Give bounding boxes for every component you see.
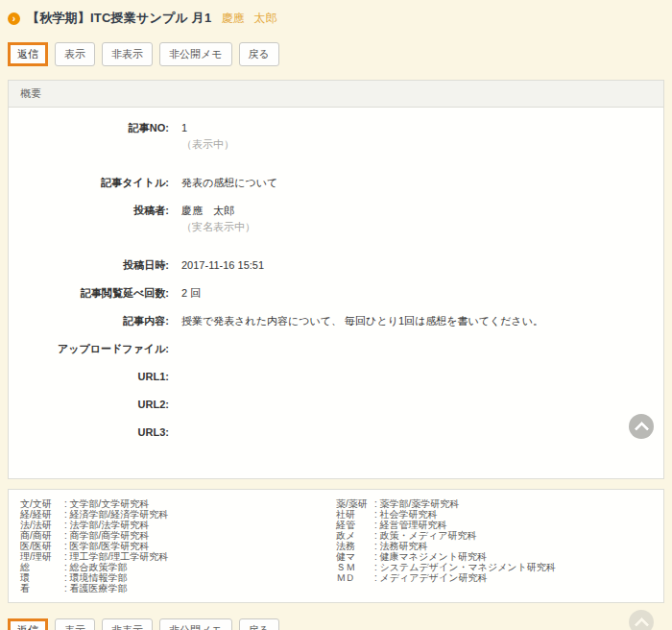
page-header: › 【秋学期】ITC授業サンプル 月1 慶應 太郎 [0, 0, 672, 27]
chevron-up-icon [635, 422, 650, 437]
field-url1: URL1: [20, 370, 652, 383]
field-url3: URL3: [20, 425, 652, 439]
field-value: 1 [181, 121, 234, 134]
legend-item: 経管: 経営管理研究科 [336, 520, 652, 530]
field-article-body: 記事内容: 授業で発表された内容について、 毎回ひとり1回は感想を書いてください… [20, 314, 652, 327]
field-label: 記事閲覧延べ回数: [20, 286, 169, 300]
field-post-datetime: 投稿日時: 2017-11-16 15:51 [20, 258, 652, 272]
field-label: 投稿日時: [20, 258, 169, 272]
field-url2: URL2: [20, 398, 652, 411]
field-label: URL1: [20, 370, 169, 383]
legend-column-right: 薬/薬研: 薬学部/薬学研究科 社研: 社会学研究科 経管: 経営管理研究科 政… [336, 498, 652, 594]
legend-item: 医/医研: 医学部/医学研究科 [20, 541, 336, 551]
hide-button-top[interactable]: 非表示 [102, 42, 153, 66]
user-givenname-link[interactable]: 太郎 [253, 11, 276, 27]
legend-column-left: 文/文研: 文学部/文学研究科 経/経研: 経済学部/経済学研究科 法/法研: … [20, 498, 336, 594]
back-button-bottom[interactable]: 戻る [239, 618, 279, 630]
private-memo-button-bottom[interactable]: 非公開メモ [159, 618, 232, 630]
legend-item: 理/理研: 理工学部/理工学研究科 [20, 551, 336, 562]
page: › 【秋学期】ITC授業サンプル 月1 慶應 太郎 返信 表示 非表示 非公開メ… [0, 0, 672, 630]
field-value: 授業で発表された内容について、 毎回ひとり1回は感想を書いてください。 [181, 314, 543, 327]
faculty-legend: 文/文研: 文学部/文学研究科 経/経研: 経済学部/経済学研究科 法/法研: … [8, 489, 664, 603]
legend-item: 法務: 法務研究科 [336, 541, 652, 551]
field-poster: 投稿者: 慶應 太郎 （実名表示中） [20, 204, 652, 233]
field-label: 記事NO: [20, 121, 169, 151]
legend-item: ＭＤ: メディアデザイン研究科 [336, 572, 652, 583]
hide-button-bottom[interactable]: 非表示 [102, 618, 153, 630]
overview-panel: 概要 記事NO: 1 （表示中） 記事タイトル: 発表の感想について 投稿者: … [8, 80, 664, 479]
page-title: 【秋学期】ITC授業サンプル 月1 [27, 10, 211, 27]
field-value: 慶應 太郎 [181, 204, 255, 217]
field-label: URL2: [20, 398, 169, 411]
chevron-up-icon [635, 618, 650, 630]
toolbar-top: 返信 表示 非表示 非公開メモ 戻る [0, 42, 672, 66]
panel-header: 概要 [9, 81, 663, 108]
field-value: 2 回 [181, 286, 201, 300]
field-label: 記事タイトル: [20, 176, 169, 189]
legend-item: 政メ: 政策・メディア研究科 [336, 530, 652, 541]
reply-button-bottom[interactable]: 返信 [8, 618, 48, 630]
scroll-top-button[interactable] [629, 414, 654, 439]
scroll-top-button-bottom[interactable] [629, 610, 654, 630]
legend-item: ＳＭ: システムデザイン・マネジメント研究科 [336, 562, 652, 572]
legend-item: 経/経研: 経済学部/経済学研究科 [20, 509, 336, 520]
field-upload-file: アップロードファイル: [20, 342, 652, 355]
panel-body: 記事NO: 1 （表示中） 記事タイトル: 発表の感想について 投稿者: 慶應 … [9, 108, 663, 478]
legend-item: 健マ: 健康マネジメント研究科 [336, 551, 652, 562]
show-button-bottom[interactable]: 表示 [55, 618, 95, 630]
field-note: （表示中） [181, 137, 234, 151]
field-label: 投稿者: [20, 204, 169, 233]
user-surname-link[interactable]: 慶應 [221, 11, 244, 27]
legend-item: 文/文研: 文学部/文学研究科 [20, 498, 336, 509]
back-button-top[interactable]: 戻る [239, 42, 279, 66]
show-button-top[interactable]: 表示 [55, 42, 95, 66]
legend-item: 社研: 社会学研究科 [336, 509, 652, 520]
field-article-no: 記事NO: 1 （表示中） [20, 121, 652, 151]
legend-item: 環: 環境情報学部 [20, 572, 336, 583]
legend-item: 看: 看護医療学部 [20, 583, 336, 594]
field-value: 発表の感想について [181, 176, 277, 189]
field-label: URL3: [20, 425, 169, 439]
header-links: 慶應 太郎 [221, 11, 276, 27]
field-article-title: 記事タイトル: 発表の感想について [20, 176, 652, 189]
reply-button-top[interactable]: 返信 [8, 42, 48, 66]
legend-item: 商/商研: 商学部/商学研究科 [20, 530, 336, 541]
field-view-count: 記事閲覧延べ回数: 2 回 [20, 286, 652, 300]
field-note: （実名表示中） [181, 220, 255, 233]
chevron-right-icon: › [8, 12, 20, 25]
private-memo-button-top[interactable]: 非公開メモ [159, 42, 232, 66]
legend-item: 薬/薬研: 薬学部/薬学研究科 [336, 498, 652, 509]
legend-item: 法/法研: 法学部/法学研究科 [20, 520, 336, 530]
legend-item: 総: 総合政策学部 [20, 562, 336, 572]
field-label: 記事内容: [20, 314, 169, 327]
field-value: 2017-11-16 15:51 [181, 258, 264, 272]
toolbar-bottom: 返信 表示 非表示 非公開メモ 戻る [0, 618, 672, 630]
field-label: アップロードファイル: [20, 342, 169, 355]
